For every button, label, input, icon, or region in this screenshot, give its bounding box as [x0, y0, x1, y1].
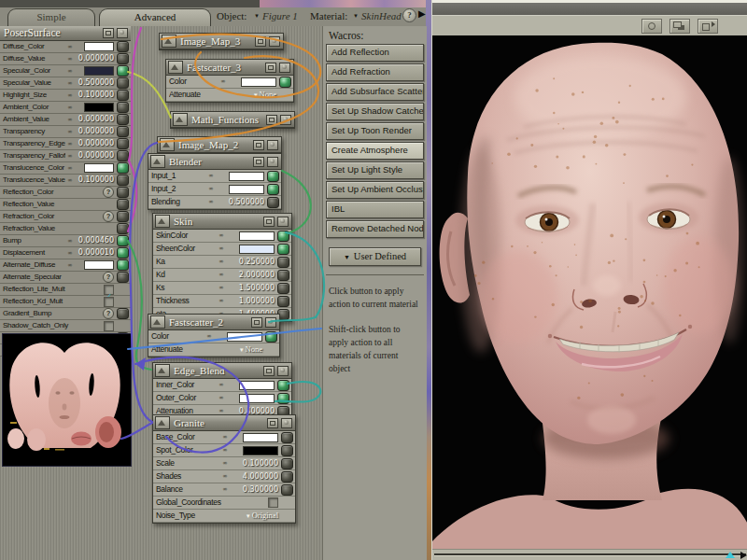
plug-icon[interactable] [117, 114, 129, 125]
plug-icon[interactable] [117, 41, 129, 52]
cyan-marker-icon[interactable] [726, 552, 735, 558]
plug-icon[interactable] [117, 187, 129, 198]
node-options-button[interactable] [277, 217, 289, 227]
color-swatch[interactable] [84, 66, 114, 76]
plug-icon[interactable] [117, 308, 129, 319]
checkbox[interactable]: ✓ [104, 321, 114, 331]
wacro-button[interactable]: Add Reflection [326, 44, 424, 62]
object-chevron-down-icon[interactable]: ▼ [254, 13, 260, 19]
checkbox[interactable]: ✓ [104, 285, 114, 295]
plug-icon[interactable] [277, 257, 289, 268]
plug-icon[interactable] [117, 90, 129, 101]
node-preview-icon[interactable] [160, 138, 175, 151]
query-badge[interactable]: ? [103, 211, 114, 222]
parameter-value[interactable]: 4.000000 [243, 473, 278, 481]
color-swatch[interactable] [241, 77, 276, 87]
checkbox[interactable]: ✓ [104, 297, 114, 307]
plug-icon[interactable] [117, 259, 129, 271]
parameter-value[interactable]: 0.100000 [78, 176, 114, 184]
camera-icon[interactable] [641, 19, 662, 34]
dropdown[interactable]: ▼None [253, 91, 276, 99]
anim-toggle-icon[interactable]: ∞ [217, 408, 226, 414]
color-swatch[interactable] [84, 163, 114, 173]
parameter-value[interactable]: 1.500000 [239, 285, 275, 292]
plug-icon[interactable] [117, 77, 129, 89]
plug-icon[interactable] [277, 244, 289, 255]
plug-icon[interactable] [117, 223, 129, 234]
anim-toggle-icon[interactable]: ∞ [206, 173, 216, 179]
node-options-button[interactable] [267, 140, 278, 150]
anim-toggle-icon[interactable]: ∞ [204, 333, 214, 340]
node-image-map-2[interactable]: Image_Map_2 [157, 136, 282, 154]
wacro-button[interactable]: Set Up Toon Render [326, 122, 424, 140]
render-window-titlebar[interactable] [432, 3, 747, 16]
plug-icon[interactable] [277, 231, 289, 242]
color-swatch[interactable] [84, 103, 114, 112]
node-collapse-button[interactable] [251, 317, 262, 328]
node-collapse-button[interactable] [267, 418, 278, 428]
anim-toggle-icon[interactable]: ∞ [65, 68, 75, 75]
color-swatch[interactable] [239, 381, 275, 390]
node-options-button[interactable] [277, 366, 289, 376]
plug-icon[interactable] [281, 471, 293, 483]
anim-toggle-icon[interactable]: ∞ [65, 153, 75, 160]
node-collapse-button[interactable] [265, 63, 276, 73]
parameter-value[interactable]: 0.000000 [78, 140, 114, 147]
anim-toggle-icon[interactable]: ∞ [217, 395, 226, 401]
anim-toggle-icon[interactable]: ∞ [217, 285, 226, 291]
anim-toggle-icon[interactable]: ∞ [65, 141, 75, 147]
query-badge[interactable]: ? [103, 187, 114, 198]
render-canvas[interactable] [432, 35, 747, 549]
plug-icon[interactable] [277, 296, 289, 307]
parameter-value[interactable]: 1.000000 [239, 298, 275, 305]
anim-toggle-icon[interactable]: ∞ [65, 250, 75, 257]
anim-toggle-icon[interactable]: ∞ [206, 199, 216, 205]
node-preview-icon[interactable] [150, 315, 165, 329]
plug-icon[interactable] [117, 175, 129, 186]
plug-icon[interactable] [117, 272, 129, 283]
node-collapse-button[interactable] [253, 140, 264, 150]
node-preview-icon[interactable] [155, 416, 170, 429]
anim-toggle-icon[interactable]: ∞ [220, 447, 230, 454]
anim-toggle-icon[interactable]: ∞ [217, 245, 226, 252]
anim-toggle-icon[interactable]: ∞ [65, 56, 75, 63]
anim-toggle-icon[interactable]: ∞ [65, 262, 75, 269]
dropdown[interactable]: ▼None [239, 345, 262, 354]
color-swatch[interactable] [239, 231, 275, 241]
node-collapse-button[interactable] [263, 217, 275, 227]
plug-icon[interactable] [267, 184, 279, 195]
node-preview-icon[interactable] [162, 35, 176, 48]
color-swatch[interactable] [239, 245, 275, 254]
wacro-button[interactable]: Set Up Light Style [326, 161, 424, 179]
query-badge[interactable]: ? [103, 272, 114, 283]
wacro-button[interactable]: Add Subsurface Scattering [326, 83, 424, 101]
plug-icon[interactable] [277, 380, 289, 391]
plug-icon[interactable] [277, 270, 289, 281]
anim-toggle-icon[interactable]: ∞ [217, 272, 226, 278]
anim-toggle-icon[interactable]: ∞ [218, 78, 228, 85]
tab-simple[interactable]: Simple [7, 8, 95, 26]
parameter-value[interactable]: 0.000000 [78, 152, 114, 160]
anim-toggle-icon[interactable]: ∞ [220, 486, 230, 493]
wacro-button[interactable]: Set Up Shadow Catcher [326, 103, 424, 120]
color-swatch[interactable] [239, 394, 275, 403]
wacro-button[interactable]: Set Up Ambient Occlusion [326, 181, 424, 199]
node-options-button[interactable] [281, 418, 292, 428]
parameter-value[interactable]: 0.100000 [243, 460, 278, 468]
color-swatch[interactable] [84, 42, 114, 51]
anim-toggle-icon[interactable]: ∞ [65, 165, 75, 172]
color-swatch[interactable] [229, 185, 264, 194]
plug-icon[interactable] [279, 77, 291, 88]
dropdown[interactable]: ▼Original [246, 511, 278, 520]
plug-icon[interactable] [117, 126, 129, 137]
anim-toggle-icon[interactable]: ∞ [217, 298, 226, 304]
material-value[interactable]: SkinHead [361, 10, 402, 21]
plug-icon[interactable] [277, 393, 289, 404]
plug-icon[interactable] [117, 102, 129, 113]
node-collapse-button[interactable] [266, 115, 277, 125]
anim-toggle-icon[interactable]: ∞ [65, 238, 75, 245]
preview-eye-icon[interactable] [117, 28, 128, 38]
parameter-value[interactable]: 0.500000 [78, 79, 114, 87]
anim-toggle-icon[interactable]: ∞ [217, 232, 226, 239]
plug-icon[interactable] [117, 53, 129, 64]
